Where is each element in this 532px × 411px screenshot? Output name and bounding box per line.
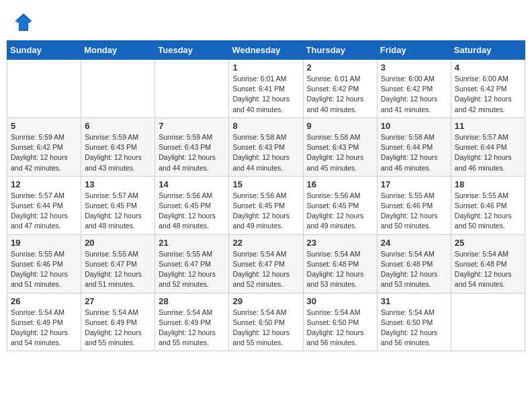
day-info: Sunrise: 5:56 AM Sunset: 6:45 PM Dayligh… (307, 191, 373, 232)
weekday-header: Monday (81, 41, 155, 60)
calendar-day-cell: 1Sunrise: 6:01 AM Sunset: 6:41 PM Daylig… (229, 60, 303, 118)
day-number: 17 (381, 179, 447, 189)
day-number: 28 (159, 296, 225, 306)
calendar-day-cell: 25Sunrise: 5:54 AM Sunset: 6:48 PM Dayli… (451, 234, 525, 293)
calendar-day-cell: 30Sunrise: 5:54 AM Sunset: 6:50 PM Dayli… (303, 293, 377, 351)
day-info: Sunrise: 5:55 AM Sunset: 6:46 PM Dayligh… (455, 191, 521, 232)
calendar-day-cell: 3Sunrise: 6:00 AM Sunset: 6:42 PM Daylig… (377, 60, 451, 118)
day-info: Sunrise: 5:59 AM Sunset: 6:42 PM Dayligh… (11, 132, 77, 173)
calendar-day-cell (451, 293, 525, 351)
day-number: 14 (159, 179, 225, 189)
calendar-day-cell: 9Sunrise: 5:58 AM Sunset: 6:43 PM Daylig… (303, 118, 377, 176)
day-info: Sunrise: 5:58 AM Sunset: 6:44 PM Dayligh… (381, 132, 447, 173)
calendar-day-cell: 20Sunrise: 5:55 AM Sunset: 6:47 PM Dayli… (81, 234, 155, 293)
day-number: 19 (11, 238, 77, 248)
day-info: Sunrise: 5:55 AM Sunset: 6:47 PM Dayligh… (159, 249, 225, 290)
day-number: 16 (307, 179, 373, 189)
svg-marker-1 (16, 16, 31, 30)
calendar-day-cell: 4Sunrise: 6:00 AM Sunset: 6:42 PM Daylig… (451, 60, 525, 118)
day-info: Sunrise: 5:58 AM Sunset: 6:43 PM Dayligh… (307, 132, 373, 173)
calendar-day-cell: 18Sunrise: 5:55 AM Sunset: 6:46 PM Dayli… (451, 176, 525, 234)
day-number: 7 (159, 121, 225, 131)
day-number: 25 (455, 238, 521, 248)
day-info: Sunrise: 5:54 AM Sunset: 6:49 PM Dayligh… (85, 308, 151, 349)
calendar-day-cell: 10Sunrise: 5:58 AM Sunset: 6:44 PM Dayli… (377, 118, 451, 176)
calendar-day-cell: 11Sunrise: 5:57 AM Sunset: 6:44 PM Dayli… (451, 118, 525, 176)
calendar-day-cell: 28Sunrise: 5:54 AM Sunset: 6:49 PM Dayli… (155, 293, 229, 351)
page-header (7, 7, 525, 38)
calendar-day-cell: 26Sunrise: 5:54 AM Sunset: 6:49 PM Dayli… (7, 293, 81, 351)
day-number: 5 (11, 121, 77, 131)
day-number: 27 (85, 296, 151, 306)
day-info: Sunrise: 5:54 AM Sunset: 6:49 PM Dayligh… (11, 308, 77, 349)
day-info: Sunrise: 5:54 AM Sunset: 6:49 PM Dayligh… (159, 308, 225, 349)
day-number: 22 (232, 238, 299, 248)
calendar-week-row: 5Sunrise: 5:59 AM Sunset: 6:42 PM Daylig… (7, 118, 525, 176)
day-number: 24 (381, 238, 447, 248)
day-info: Sunrise: 5:54 AM Sunset: 6:50 PM Dayligh… (232, 308, 299, 349)
day-info: Sunrise: 5:57 AM Sunset: 6:44 PM Dayligh… (455, 132, 521, 173)
calendar-week-row: 19Sunrise: 5:55 AM Sunset: 6:46 PM Dayli… (7, 234, 525, 293)
weekday-header: Thursday (303, 41, 377, 60)
day-info: Sunrise: 5:55 AM Sunset: 6:47 PM Dayligh… (85, 249, 151, 290)
day-info: Sunrise: 6:01 AM Sunset: 6:42 PM Dayligh… (307, 74, 373, 115)
day-number: 11 (455, 121, 521, 131)
calendar-day-cell: 19Sunrise: 5:55 AM Sunset: 6:46 PM Dayli… (7, 234, 81, 293)
day-number: 4 (455, 62, 521, 73)
logo (13, 12, 36, 32)
day-info: Sunrise: 6:00 AM Sunset: 6:42 PM Dayligh… (455, 74, 521, 115)
calendar-day-cell: 2Sunrise: 6:01 AM Sunset: 6:42 PM Daylig… (303, 60, 377, 118)
calendar-day-cell: 14Sunrise: 5:56 AM Sunset: 6:45 PM Dayli… (155, 176, 229, 234)
day-info: Sunrise: 5:56 AM Sunset: 6:45 PM Dayligh… (232, 191, 299, 232)
day-info: Sunrise: 5:54 AM Sunset: 6:50 PM Dayligh… (381, 308, 447, 349)
day-number: 21 (159, 238, 225, 248)
weekday-header: Saturday (451, 41, 525, 60)
weekday-header: Sunday (7, 41, 81, 60)
day-number: 1 (232, 62, 299, 73)
day-info: Sunrise: 5:57 AM Sunset: 6:44 PM Dayligh… (11, 191, 77, 232)
calendar-day-cell (7, 60, 81, 118)
calendar-table: SundayMondayTuesdayWednesdayThursdayFrid… (7, 40, 525, 351)
calendar-week-row: 12Sunrise: 5:57 AM Sunset: 6:44 PM Dayli… (7, 176, 525, 234)
calendar-day-cell: 13Sunrise: 5:57 AM Sunset: 6:45 PM Dayli… (81, 176, 155, 234)
day-number: 12 (11, 179, 77, 189)
day-number: 9 (307, 121, 373, 131)
day-info: Sunrise: 5:55 AM Sunset: 6:46 PM Dayligh… (381, 191, 447, 232)
day-number: 8 (232, 121, 299, 131)
day-number: 29 (232, 296, 299, 306)
day-info: Sunrise: 5:56 AM Sunset: 6:45 PM Dayligh… (159, 191, 225, 232)
day-info: Sunrise: 5:54 AM Sunset: 6:47 PM Dayligh… (232, 249, 299, 290)
day-info: Sunrise: 5:59 AM Sunset: 6:43 PM Dayligh… (159, 132, 225, 173)
day-number: 3 (381, 62, 447, 73)
calendar-day-cell: 6Sunrise: 5:59 AM Sunset: 6:43 PM Daylig… (81, 118, 155, 176)
day-number: 31 (381, 296, 447, 306)
calendar-week-row: 1Sunrise: 6:01 AM Sunset: 6:41 PM Daylig… (7, 60, 525, 118)
calendar-day-cell: 31Sunrise: 5:54 AM Sunset: 6:50 PM Dayli… (377, 293, 451, 351)
weekday-header: Tuesday (155, 41, 229, 60)
calendar-day-cell: 16Sunrise: 5:56 AM Sunset: 6:45 PM Dayli… (303, 176, 377, 234)
calendar-day-cell: 12Sunrise: 5:57 AM Sunset: 6:44 PM Dayli… (7, 176, 81, 234)
day-info: Sunrise: 5:59 AM Sunset: 6:43 PM Dayligh… (85, 132, 151, 173)
day-info: Sunrise: 5:54 AM Sunset: 6:48 PM Dayligh… (307, 249, 373, 290)
day-number: 10 (381, 121, 447, 131)
day-info: Sunrise: 6:00 AM Sunset: 6:42 PM Dayligh… (381, 74, 447, 115)
day-number: 13 (85, 179, 151, 189)
day-info: Sunrise: 5:54 AM Sunset: 6:48 PM Dayligh… (455, 249, 521, 290)
day-info: Sunrise: 6:01 AM Sunset: 6:41 PM Dayligh… (232, 74, 299, 115)
day-info: Sunrise: 5:54 AM Sunset: 6:48 PM Dayligh… (381, 249, 447, 290)
weekday-header: Friday (377, 41, 451, 60)
calendar-day-cell: 7Sunrise: 5:59 AM Sunset: 6:43 PM Daylig… (155, 118, 229, 176)
day-info: Sunrise: 5:58 AM Sunset: 6:43 PM Dayligh… (232, 132, 299, 173)
day-info: Sunrise: 5:55 AM Sunset: 6:46 PM Dayligh… (11, 249, 77, 290)
calendar-day-cell: 23Sunrise: 5:54 AM Sunset: 6:48 PM Dayli… (303, 234, 377, 293)
day-number: 26 (11, 296, 77, 306)
calendar-day-cell: 8Sunrise: 5:58 AM Sunset: 6:43 PM Daylig… (229, 118, 303, 176)
calendar-day-cell: 22Sunrise: 5:54 AM Sunset: 6:47 PM Dayli… (229, 234, 303, 293)
day-number: 6 (85, 121, 151, 131)
logo-icon (13, 12, 34, 32)
day-number: 23 (307, 238, 373, 248)
calendar-day-cell (81, 60, 155, 118)
calendar-day-cell: 21Sunrise: 5:55 AM Sunset: 6:47 PM Dayli… (155, 234, 229, 293)
calendar-day-cell: 27Sunrise: 5:54 AM Sunset: 6:49 PM Dayli… (81, 293, 155, 351)
day-info: Sunrise: 5:57 AM Sunset: 6:45 PM Dayligh… (85, 191, 151, 232)
